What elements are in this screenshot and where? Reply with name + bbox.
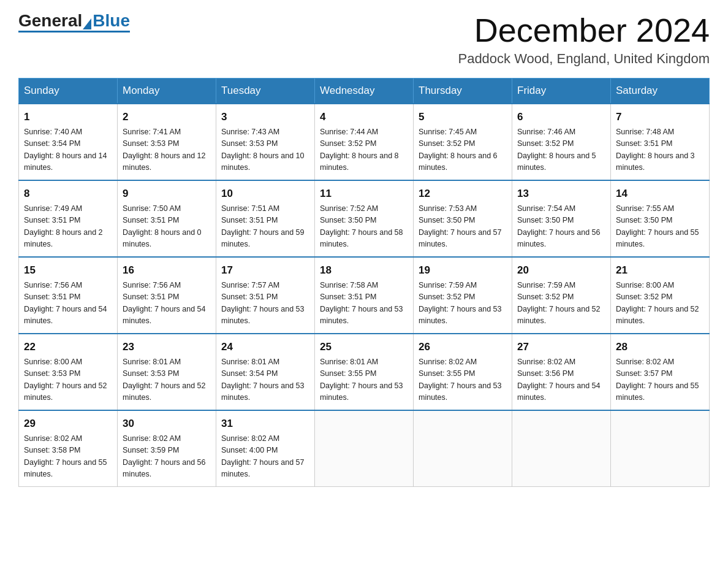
calendar-day-cell: 23Sunrise: 8:01 AMSunset: 3:53 PMDayligh…: [118, 334, 216, 410]
calendar-day-cell: 26Sunrise: 8:02 AMSunset: 3:55 PMDayligh…: [414, 334, 512, 410]
calendar-day-cell: 28Sunrise: 8:02 AMSunset: 3:57 PMDayligh…: [611, 334, 710, 410]
calendar-day-cell: [611, 410, 710, 487]
calendar-day-cell: 30Sunrise: 8:02 AMSunset: 3:59 PMDayligh…: [118, 410, 216, 487]
day-number: 17: [221, 262, 309, 278]
calendar-week-row: 8Sunrise: 7:49 AMSunset: 3:51 PMDaylight…: [19, 180, 710, 257]
calendar-day-cell: 24Sunrise: 8:01 AMSunset: 3:54 PMDayligh…: [216, 334, 315, 410]
day-number: 14: [616, 186, 704, 202]
day-info: Sunrise: 7:48 AMSunset: 3:51 PMDaylight:…: [616, 126, 704, 174]
day-number: 26: [419, 339, 507, 355]
day-info: Sunrise: 7:57 AMSunset: 3:51 PMDaylight:…: [221, 280, 309, 327]
day-number: 1: [24, 109, 112, 125]
day-info: Sunrise: 8:02 AMSunset: 3:55 PMDaylight:…: [419, 356, 507, 404]
calendar-day-cell: 6Sunrise: 7:46 AMSunset: 3:52 PMDaylight…: [512, 104, 611, 180]
day-info: Sunrise: 7:40 AMSunset: 3:54 PMDaylight:…: [24, 126, 112, 174]
calendar-day-cell: [512, 410, 611, 487]
day-info: Sunrise: 7:45 AMSunset: 3:52 PMDaylight:…: [419, 126, 507, 174]
day-number: 21: [616, 262, 704, 278]
day-number: 24: [221, 339, 309, 355]
calendar-day-cell: 16Sunrise: 7:56 AMSunset: 3:51 PMDayligh…: [118, 257, 216, 334]
calendar-day-cell: 11Sunrise: 7:52 AMSunset: 3:50 PMDayligh…: [315, 180, 414, 257]
logo-underline: [18, 31, 130, 33]
day-info: Sunrise: 7:55 AMSunset: 3:50 PMDaylight:…: [616, 203, 704, 251]
day-info: Sunrise: 7:43 AMSunset: 3:53 PMDaylight:…: [221, 126, 309, 174]
day-number: 7: [616, 109, 704, 125]
month-title: December 2024: [458, 12, 710, 48]
calendar-day-cell: 21Sunrise: 8:00 AMSunset: 3:52 PMDayligh…: [611, 257, 710, 334]
calendar-day-cell: 18Sunrise: 7:58 AMSunset: 3:51 PMDayligh…: [315, 257, 414, 334]
day-info: Sunrise: 7:46 AMSunset: 3:52 PMDaylight:…: [517, 126, 605, 174]
day-number: 23: [123, 339, 211, 355]
day-info: Sunrise: 8:02 AMSunset: 3:58 PMDaylight:…: [24, 433, 112, 481]
day-info: Sunrise: 8:02 AMSunset: 3:57 PMDaylight:…: [616, 356, 704, 404]
calendar-day-cell: 2Sunrise: 7:41 AMSunset: 3:53 PMDaylight…: [118, 104, 216, 180]
day-number: 30: [123, 416, 211, 432]
logo-general-text: General: [18, 12, 82, 29]
logo-triangle-icon: [83, 18, 91, 29]
calendar-week-row: 22Sunrise: 8:00 AMSunset: 3:53 PMDayligh…: [19, 334, 710, 410]
day-number: 31: [221, 416, 309, 432]
calendar-day-cell: 29Sunrise: 8:02 AMSunset: 3:58 PMDayligh…: [19, 410, 118, 487]
weekday-header-tuesday: Tuesday: [216, 79, 315, 104]
calendar-day-cell: 25Sunrise: 8:01 AMSunset: 3:55 PMDayligh…: [315, 334, 414, 410]
day-info: Sunrise: 8:01 AMSunset: 3:54 PMDaylight:…: [221, 356, 309, 404]
calendar-day-cell: 4Sunrise: 7:44 AMSunset: 3:52 PMDaylight…: [315, 104, 414, 180]
calendar-day-cell: 13Sunrise: 7:54 AMSunset: 3:50 PMDayligh…: [512, 180, 611, 257]
day-info: Sunrise: 7:49 AMSunset: 3:51 PMDaylight:…: [24, 203, 112, 251]
calendar-day-cell: 9Sunrise: 7:50 AMSunset: 3:51 PMDaylight…: [118, 180, 216, 257]
day-info: Sunrise: 7:56 AMSunset: 3:51 PMDaylight:…: [123, 280, 211, 327]
calendar-day-cell: [414, 410, 512, 487]
weekday-header-row: SundayMondayTuesdayWednesdayThursdayFrid…: [19, 79, 710, 104]
page-header: General Blue December 2024 Paddock Wood,…: [18, 12, 710, 67]
weekday-header-sunday: Sunday: [19, 79, 118, 104]
day-number: 28: [616, 339, 704, 355]
day-info: Sunrise: 7:59 AMSunset: 3:52 PMDaylight:…: [419, 280, 507, 327]
weekday-header-saturday: Saturday: [611, 79, 710, 104]
weekday-header-monday: Monday: [118, 79, 216, 104]
day-number: 2: [123, 109, 211, 125]
calendar-day-cell: 12Sunrise: 7:53 AMSunset: 3:50 PMDayligh…: [414, 180, 512, 257]
day-info: Sunrise: 7:59 AMSunset: 3:52 PMDaylight:…: [517, 280, 605, 327]
day-info: Sunrise: 8:01 AMSunset: 3:55 PMDaylight:…: [320, 356, 408, 404]
day-number: 19: [419, 262, 507, 278]
calendar-table: SundayMondayTuesdayWednesdayThursdayFrid…: [18, 78, 710, 487]
day-number: 3: [221, 109, 309, 125]
calendar-day-cell: 20Sunrise: 7:59 AMSunset: 3:52 PMDayligh…: [512, 257, 611, 334]
day-number: 13: [517, 186, 605, 202]
day-number: 8: [24, 186, 112, 202]
calendar-day-cell: 19Sunrise: 7:59 AMSunset: 3:52 PMDayligh…: [414, 257, 512, 334]
calendar-day-cell: 10Sunrise: 7:51 AMSunset: 3:51 PMDayligh…: [216, 180, 315, 257]
day-info: Sunrise: 7:52 AMSunset: 3:50 PMDaylight:…: [320, 203, 408, 251]
day-number: 12: [419, 186, 507, 202]
title-area: December 2024 Paddock Wood, England, Uni…: [458, 12, 710, 67]
day-number: 22: [24, 339, 112, 355]
day-number: 6: [517, 109, 605, 125]
location-title: Paddock Wood, England, United Kingdom: [458, 51, 710, 67]
day-number: 9: [123, 186, 211, 202]
weekday-header-friday: Friday: [512, 79, 611, 104]
day-number: 27: [517, 339, 605, 355]
calendar-day-cell: 22Sunrise: 8:00 AMSunset: 3:53 PMDayligh…: [19, 334, 118, 410]
calendar-day-cell: 17Sunrise: 7:57 AMSunset: 3:51 PMDayligh…: [216, 257, 315, 334]
weekday-header-thursday: Thursday: [414, 79, 512, 104]
calendar-day-cell: 1Sunrise: 7:40 AMSunset: 3:54 PMDaylight…: [19, 104, 118, 180]
day-info: Sunrise: 8:01 AMSunset: 3:53 PMDaylight:…: [123, 356, 211, 404]
day-number: 16: [123, 262, 211, 278]
calendar-day-cell: 14Sunrise: 7:55 AMSunset: 3:50 PMDayligh…: [611, 180, 710, 257]
day-info: Sunrise: 7:53 AMSunset: 3:50 PMDaylight:…: [419, 203, 507, 251]
day-info: Sunrise: 7:50 AMSunset: 3:51 PMDaylight:…: [123, 203, 211, 251]
day-number: 29: [24, 416, 112, 432]
calendar-day-cell: 27Sunrise: 8:02 AMSunset: 3:56 PMDayligh…: [512, 334, 611, 410]
calendar-day-cell: 7Sunrise: 7:48 AMSunset: 3:51 PMDaylight…: [611, 104, 710, 180]
day-info: Sunrise: 7:58 AMSunset: 3:51 PMDaylight:…: [320, 280, 408, 327]
calendar-day-cell: 5Sunrise: 7:45 AMSunset: 3:52 PMDaylight…: [414, 104, 512, 180]
day-number: 20: [517, 262, 605, 278]
day-info: Sunrise: 7:54 AMSunset: 3:50 PMDaylight:…: [517, 203, 605, 251]
day-info: Sunrise: 7:56 AMSunset: 3:51 PMDaylight:…: [24, 280, 112, 327]
day-number: 10: [221, 186, 309, 202]
day-info: Sunrise: 7:44 AMSunset: 3:52 PMDaylight:…: [320, 126, 408, 174]
calendar-day-cell: 3Sunrise: 7:43 AMSunset: 3:53 PMDaylight…: [216, 104, 315, 180]
day-number: 25: [320, 339, 408, 355]
logo-blue-text: Blue: [93, 12, 130, 29]
calendar-day-cell: 15Sunrise: 7:56 AMSunset: 3:51 PMDayligh…: [19, 257, 118, 334]
